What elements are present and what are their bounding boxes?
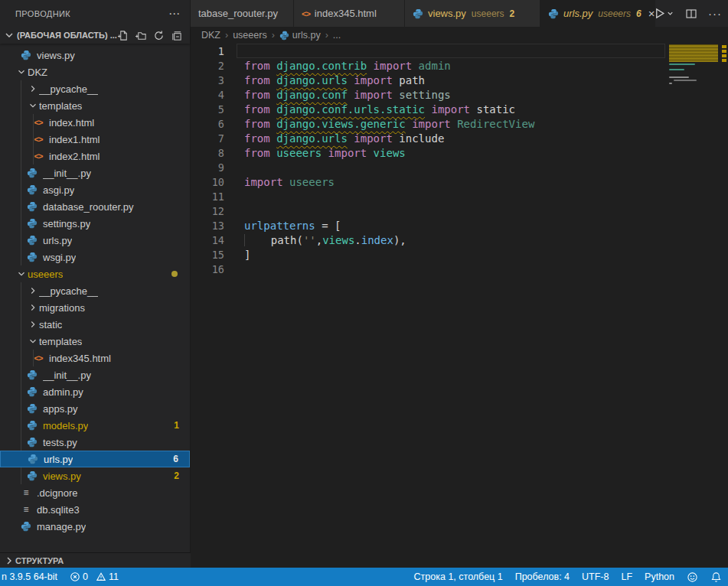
tree-folder-templates[interactable]: templates xyxy=(0,97,190,114)
workspace-section-header[interactable]: (РАБОЧАЯ ОБЛАСТЬ) ... xyxy=(0,27,190,44)
new-file-icon[interactable] xyxy=(118,30,129,41)
line-number: 3 xyxy=(191,74,224,86)
eol-status[interactable]: LF xyxy=(615,568,638,586)
indentation-status[interactable]: Пробелов: 4 xyxy=(509,568,576,586)
code-line-14[interactable]: 14 path('',views.index), xyxy=(191,233,728,247)
tab-index345-html[interactable]: <>index345.html xyxy=(294,0,405,27)
tree-folder--pycache-[interactable]: __pycache__ xyxy=(0,282,190,299)
minimap-line xyxy=(669,63,695,65)
code-line-3[interactable]: 3from django.urls import path xyxy=(191,73,728,87)
tree-folder-migrations[interactable]: migrations xyxy=(0,299,190,316)
tree-file-views-py[interactable]: views.py2 xyxy=(0,467,190,484)
line-number: 8 xyxy=(191,147,224,159)
feedback-button[interactable] xyxy=(681,568,704,586)
tree-file-tests-py[interactable]: tests.py xyxy=(0,434,190,451)
tree-item-label: urls.py xyxy=(43,235,72,246)
tree-item-label: asgi.py xyxy=(43,184,74,196)
code-line-2[interactable]: 2from django.contrib import admin xyxy=(191,58,728,73)
encoding-status[interactable]: UTF-8 xyxy=(576,568,615,586)
tree-file-urls-py[interactable]: urls.py6 xyxy=(0,451,190,467)
tree-folder--pycache-[interactable]: __pycache__ xyxy=(0,80,190,97)
code-line-7[interactable]: 7from django.urls import include xyxy=(191,131,728,145)
line-number: 7 xyxy=(191,132,224,145)
code-line-11[interactable]: 11 xyxy=(191,189,728,203)
tree-file--init-py[interactable]: __init__.py xyxy=(0,366,190,383)
outline-section-header[interactable]: СТРУКТУРА xyxy=(0,552,191,568)
warning-mark xyxy=(722,50,726,53)
vscode-window: ПРОВОДНИК ⋯ (РАБОЧАЯ ОБЛАСТЬ) ... views.… xyxy=(0,0,728,586)
tree-item-label: .dcignore xyxy=(37,487,77,499)
code-line-10[interactable]: 10import useeers xyxy=(191,174,728,189)
code-line-5[interactable]: 5from django.conf.urls.static import sta… xyxy=(191,102,728,116)
py-file-icon xyxy=(26,402,38,415)
tab-views-py[interactable]: views.pyuseeers2 xyxy=(405,0,540,27)
tree-folder-templates[interactable]: templates xyxy=(0,333,190,350)
collapse-all-icon[interactable] xyxy=(171,30,182,41)
code-line-15[interactable]: 15] xyxy=(191,247,728,262)
editor-actions: ··· xyxy=(653,0,722,27)
code-line-9[interactable]: 9 xyxy=(191,160,728,174)
problems-status[interactable]: 0 11 xyxy=(64,568,125,586)
cursor-position-status[interactable]: Строка 1, столбец 1 xyxy=(408,568,509,586)
tree-folder-static[interactable]: static xyxy=(0,316,190,333)
minimap[interactable] xyxy=(668,44,720,568)
tree-file-models-py[interactable]: models.py1 xyxy=(0,417,190,434)
language-mode-status[interactable]: Python xyxy=(638,568,681,586)
tree-item-label: views.py xyxy=(43,470,81,482)
tab-tabase-roouter-py[interactable]: tabase_roouter.py xyxy=(191,0,294,27)
tree-file-urls-py[interactable]: urls.py xyxy=(0,232,190,249)
tree-folder-dkz[interactable]: DKZ xyxy=(0,63,190,80)
tree-file-index1-html[interactable]: <>index1.html xyxy=(0,131,190,148)
breadcrumb-item[interactable]: urls.py xyxy=(279,30,321,41)
new-folder-icon[interactable] xyxy=(135,30,147,41)
py-file-icon xyxy=(26,200,38,213)
tree-file-database-roouter-py[interactable]: database_roouter.py xyxy=(0,198,190,215)
breadcrumb-item[interactable]: useeers xyxy=(233,30,266,41)
tree-file-apps-py[interactable]: apps.py xyxy=(0,400,190,417)
tree-file-asgi-py[interactable]: asgi.py xyxy=(0,181,190,198)
py-file-icon xyxy=(26,184,38,196)
more-actions-icon[interactable]: ··· xyxy=(708,7,722,20)
breadcrumb-item[interactable]: DKZ xyxy=(201,30,220,41)
code-line-8[interactable]: 8from useeers import views xyxy=(191,145,728,160)
tab-urls-py[interactable]: urls.pyuseeers6× xyxy=(540,0,655,27)
tree-file-index345-html[interactable]: <>index345.html xyxy=(0,350,190,366)
notifications-button[interactable] xyxy=(704,568,728,586)
warning-count: 11 xyxy=(109,571,119,582)
refresh-icon[interactable] xyxy=(153,30,165,41)
run-dropdown-icon[interactable] xyxy=(666,9,674,18)
run-icon xyxy=(653,7,666,20)
tree-file-admin-py[interactable]: admin.py xyxy=(0,383,190,400)
py-file-icon xyxy=(26,217,38,230)
code-line-12[interactable]: 12 xyxy=(191,203,728,218)
warning-mark xyxy=(722,54,726,57)
code-line-16[interactable]: 16 xyxy=(191,262,728,276)
tree-file--init-py[interactable]: __init__.py xyxy=(0,164,190,181)
code-text: from django.conf import settings xyxy=(244,89,451,101)
code-editor[interactable]: 12from django.contrib import admin3from … xyxy=(191,44,728,568)
tree-file-index2-html[interactable]: <>index2.html xyxy=(0,148,190,164)
python-interpreter-status[interactable]: n 3.9.5 64-bit xyxy=(0,568,64,586)
minimap-warning-block xyxy=(669,44,718,62)
code-text: ] xyxy=(244,249,250,261)
tree-item-label: settings.py xyxy=(43,218,90,230)
tree-file--dcignore[interactable]: ≡.dcignore xyxy=(0,484,190,501)
tree-file-db-sqlite3[interactable]: ≡db.sqlite3 xyxy=(0,501,190,518)
split-editor-button[interactable] xyxy=(685,8,697,20)
code-line-6[interactable]: 6from django.views.generic import Redire… xyxy=(191,116,728,131)
breadcrumb-item[interactable]: ... xyxy=(333,30,341,41)
tree-file-index-html[interactable]: <>index.html xyxy=(0,114,190,131)
code-line-1[interactable]: 1 xyxy=(191,44,728,58)
code-line-4[interactable]: 4from django.conf import settings xyxy=(191,87,728,102)
tree-file-manage-py[interactable]: manage.py xyxy=(0,518,190,535)
code-line-13[interactable]: 13urlpatterns = [ xyxy=(191,218,728,233)
breadcrumb: DKZ›useeers› urls.py›... xyxy=(191,27,728,44)
tree-file-settings-py[interactable]: settings.py xyxy=(0,215,190,232)
chevron-right-icon xyxy=(27,319,39,330)
tree-folder-useeers[interactable]: useeers xyxy=(0,265,190,282)
run-python-file-button[interactable] xyxy=(653,7,674,20)
explorer-more-actions-icon[interactable]: ⋯ xyxy=(168,7,181,21)
tree-file-views-py[interactable]: views.py xyxy=(0,47,190,63)
tree-file-wsgi-py[interactable]: wsgi.py xyxy=(0,249,190,265)
problems-badge: 6 xyxy=(173,454,178,464)
